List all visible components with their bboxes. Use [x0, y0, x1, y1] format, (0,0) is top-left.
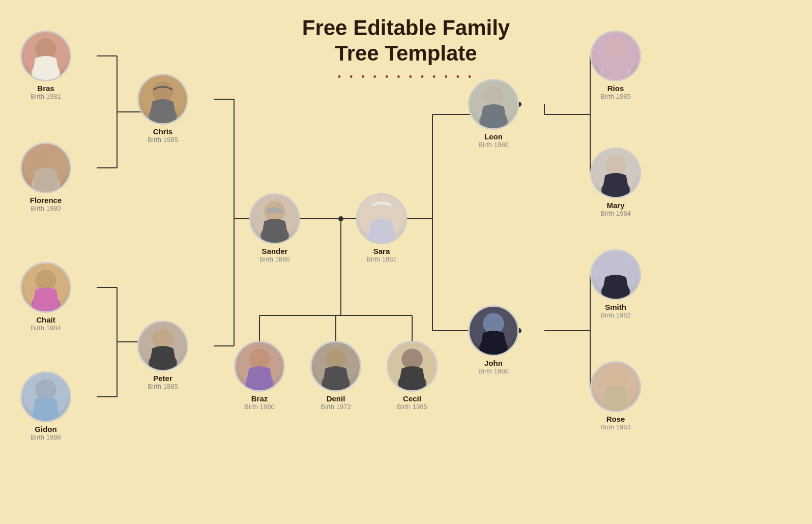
- person-denil: Denil Birth 1972: [310, 341, 361, 411]
- decorative-dots: • • • • • • • • • • • •: [0, 72, 812, 82]
- person-leon-birth: Birth 1980: [478, 141, 508, 149]
- person-mary: Mary Birth 1984: [590, 148, 641, 217]
- person-rios-name: Rios: [607, 84, 624, 93]
- person-mary-name: Mary: [606, 201, 624, 210]
- person-bras-name: Bras: [37, 84, 54, 93]
- person-florence: Florence Birth 1980: [20, 142, 71, 212]
- person-gidon: Gidon Birth 1986: [20, 371, 71, 441]
- avatar-rose: [590, 361, 641, 412]
- avatar-chait: [20, 262, 71, 313]
- avatar-gidon: [20, 371, 71, 422]
- person-leon: Leon Birth 1980: [468, 79, 519, 149]
- person-leon-name: Leon: [484, 132, 503, 141]
- avatar-leon: [468, 79, 519, 130]
- person-chris: Chris Birth 1985: [137, 74, 188, 143]
- person-gidon-name: Gidon: [35, 425, 56, 433]
- person-denil-name: Denil: [327, 394, 345, 403]
- avatar-braz: [234, 341, 285, 392]
- person-rose-birth: Birth 1983: [600, 423, 630, 431]
- person-mary-birth: Birth 1984: [600, 210, 630, 217]
- person-smith-birth: Birth 1982: [600, 311, 630, 319]
- person-chris-birth: Birth 1985: [148, 136, 178, 143]
- avatar-sander: [249, 193, 300, 244]
- person-smith-name: Smith: [605, 303, 626, 311]
- person-rose: Rose Birth 1983: [590, 361, 641, 431]
- person-sander: Sander Birth 1880: [249, 193, 300, 263]
- person-chait-birth: Birth 1984: [31, 324, 61, 332]
- person-denil-birth: Birth 1972: [321, 403, 351, 411]
- person-chris-name: Chris: [153, 127, 172, 136]
- person-chait-name: Chait: [36, 315, 55, 324]
- person-sander-birth: Birth 1880: [259, 255, 289, 263]
- person-cecil-name: Cecil: [403, 394, 421, 403]
- avatar-sara: [356, 193, 407, 244]
- person-braz-birth: Birth 1980: [244, 403, 274, 411]
- person-peter: Peter Birth 1885: [137, 321, 188, 390]
- person-john: John Birth 1980: [468, 305, 519, 375]
- person-cecil: Cecil Birth 1985: [387, 341, 438, 411]
- person-florence-birth: Birth 1980: [31, 205, 61, 212]
- person-chait: Chait Birth 1984: [20, 262, 71, 332]
- person-john-birth: Birth 1980: [478, 367, 508, 375]
- avatar-mary: [590, 148, 641, 198]
- person-florence-name: Florence: [30, 196, 62, 205]
- person-sara-name: Sara: [373, 247, 390, 255]
- avatar-cecil: [387, 341, 438, 392]
- avatar-florence: [20, 142, 71, 193]
- person-sara-birth: Birth 1881: [366, 255, 396, 263]
- person-braz-name: Braz: [251, 394, 268, 403]
- avatar-smith: [590, 249, 641, 300]
- person-sander-name: Sander: [262, 247, 288, 255]
- person-gidon-birth: Birth 1986: [31, 433, 61, 441]
- person-bras-birth: Birth 1981: [31, 93, 61, 100]
- person-rios-birth: Birth 1985: [600, 93, 630, 100]
- person-smith: Smith Birth 1982: [590, 249, 641, 319]
- avatar-peter: [137, 321, 188, 371]
- title-area: Free Editable Family Tree Template • • •…: [0, 0, 812, 82]
- person-peter-name: Peter: [153, 374, 172, 383]
- person-sara: Sara Birth 1881: [356, 193, 407, 263]
- person-rose-name: Rose: [606, 415, 625, 423]
- person-peter-birth: Birth 1885: [148, 383, 178, 390]
- person-john-name: John: [484, 359, 503, 367]
- person-cecil-birth: Birth 1985: [397, 403, 427, 411]
- avatar-denil: [310, 341, 361, 392]
- person-braz: Braz Birth 1980: [234, 341, 285, 411]
- avatar-john: [468, 305, 519, 356]
- page-title: Free Editable Family Tree Template: [0, 15, 812, 67]
